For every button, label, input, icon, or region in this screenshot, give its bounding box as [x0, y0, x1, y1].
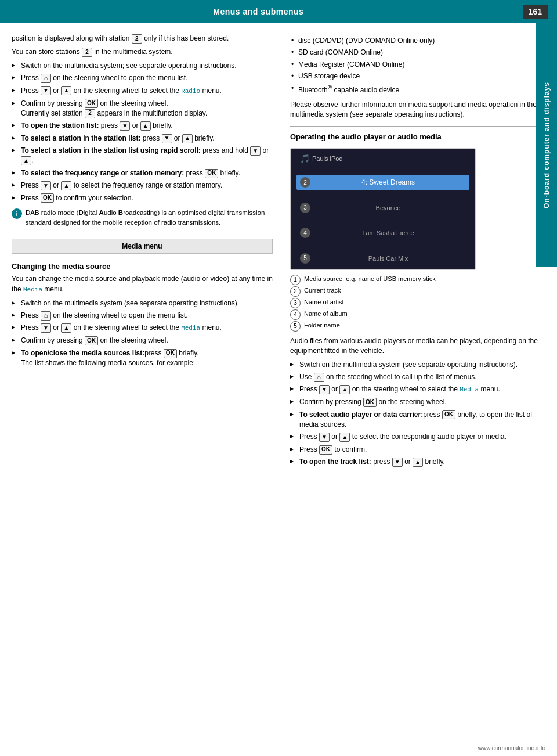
up-kbd7: ▲ [339, 385, 350, 394]
arrow-item: Confirm by pressing OK on the steering w… [12, 336, 273, 345]
arrow-item: To open the station list: press ▼ or ▲ b… [12, 121, 273, 131]
arrow-item: Use ⌂ on the steering wheel to call up t… [290, 372, 545, 382]
side-tab-text: On-board computer and displays [542, 82, 551, 208]
down-kbd2: ▼ [120, 121, 130, 131]
header-title: Menus and submenus [0, 7, 517, 16]
media-text2: Media [181, 325, 200, 332]
up-kbd2: ▲ [140, 121, 151, 131]
down-kbd4: ▼ [250, 146, 261, 156]
up-kbd3: ▲ [182, 134, 193, 143]
home-kbd3: ⌂ [314, 373, 324, 382]
up-kbd4: ▲ [21, 156, 31, 165]
track-info-3: Beyonce [310, 204, 466, 211]
caption-row-1: 1 Media source, e.g. name of USB memory … [290, 275, 545, 285]
arrow-item: Press OK to confirm your selection. [12, 193, 273, 203]
list-item: Media Register (COMAND Online) [290, 60, 545, 70]
ok-kbd4: OK [85, 336, 98, 345]
arrow-item: Press ⌂ on the steering wheel to open th… [12, 311, 273, 321]
down-kbd7: ▼ [319, 385, 330, 394]
left-column: position is displayed along with station… [12, 34, 278, 471]
media-text3: Media [460, 386, 479, 393]
caption-num-1: 1 [290, 275, 301, 285]
arrow-item: Press ▼ or ▲ on the steering wheel to se… [12, 86, 273, 96]
caption-row-4: 4 Name of album [290, 309, 545, 320]
track-row-highlighted: 2 4: Sweet Dreams [296, 175, 469, 190]
station-number-2-badge2: 2 [82, 48, 92, 57]
info-box: i DAB radio mode (Digital Audio Broadcas… [12, 208, 273, 227]
caption-num-5: 5 [290, 321, 301, 332]
arrow-list-3: Switch on the multimedia system (see sep… [290, 360, 545, 467]
down-kbd8: ▼ [319, 433, 330, 442]
arrow-item: To open the track list: press ▼ or ▲ bri… [290, 457, 545, 467]
footer-url: www.carmanualonline.info [478, 745, 545, 751]
caption-text-2: Current track [304, 286, 341, 295]
radio-menu-text: Radio [181, 88, 200, 95]
list-item: SD card (COMAND Online) [290, 48, 545, 57]
caption-text-1: Media source, e.g. name of USB memory st… [304, 275, 436, 283]
top-bar: 🎵 Pauls iPod [296, 152, 469, 165]
info-icon: i [12, 208, 22, 219]
caption-row-3: 3 Name of artist [290, 298, 545, 308]
track-info-2: 4: Sweet Dreams [310, 178, 466, 186]
audio-player-screen: 🎵 Pauls iPod 2 4: Sweet Dreams 3 Beyonce… [291, 149, 475, 269]
down-kbd3: ▼ [162, 134, 172, 143]
arrow-item: Press ▼ or ▲ to select the frequency ran… [12, 181, 273, 190]
home-kbd2: ⌂ [41, 311, 51, 321]
arrow-item: To select a station in the station list … [12, 146, 273, 166]
ok-kbd2: OK [205, 169, 218, 178]
ok-kbd: OK [85, 99, 98, 108]
captions-list: 1 Media source, e.g. name of USB memory … [290, 275, 545, 332]
arrow-item: Press OK to confirm. [290, 445, 545, 455]
caption-num-4: 4 [290, 309, 301, 320]
info-text: DAB radio mode (Digital Audio Broadcasti… [26, 208, 273, 227]
operating-heading: Operating the audio player or audio medi… [290, 132, 545, 143]
track-num-4: 4 [300, 228, 310, 238]
arrow-item: Press ⌂ on the steering wheel to open th… [12, 73, 273, 83]
section-divider [290, 126, 545, 127]
header-bar: Menus and submenus 161 [0, 0, 557, 23]
home-kbd: ⌂ [41, 74, 51, 83]
list-item: USB storage device [290, 71, 545, 81]
down-kbd9: ▼ [392, 458, 403, 467]
page-number: 161 [523, 5, 548, 19]
arrow-item: To open/close the media sources list:pre… [12, 348, 273, 369]
track-num-5: 5 [300, 253, 310, 264]
arrow-item: Press ▼ or ▲ on the steering wheel to se… [12, 323, 273, 333]
track-row-5: 5 Pauls Car Mix [296, 251, 469, 266]
arrow-item: To select audio player or data carrier:p… [290, 410, 545, 430]
caption-text-3: Name of artist [304, 298, 343, 307]
caption-row-5: 5 Folder name [290, 321, 545, 332]
main-content: position is displayed along with station… [0, 23, 557, 481]
ipod-icon: 🎵 [300, 154, 310, 163]
arrow-list-2: Switch on the multimedia system (see sep… [12, 298, 273, 369]
arrow-item: Confirm by pressing OK on the steering w… [12, 99, 273, 119]
track-info-4: I am Sasha Fierce [310, 229, 466, 236]
audio-player-image: 🎵 Pauls iPod 2 4: Sweet Dreams 3 Beyonce… [290, 148, 476, 270]
media-text: Media [23, 286, 42, 293]
ok-kbd7: OK [442, 410, 455, 419]
down-kbd: ▼ [41, 86, 51, 95]
arrow-item: To select the frequency range or station… [12, 168, 273, 178]
caption-text-4: Name of album [304, 309, 348, 318]
arrow-item: Switch on the multimedia system (see sep… [290, 360, 545, 370]
intro-text-1: position is displayed along with station… [12, 34, 273, 44]
station-num: 2 [85, 109, 95, 118]
list-item: disc (CD/DVD) (DVD COMAND Online only) [290, 36, 545, 46]
arrow-item: Switch on the multimedia system (see sep… [12, 298, 273, 308]
ok-kbd5: OK [164, 349, 177, 358]
up-kbd5: ▲ [61, 181, 71, 190]
arrow-list-1: Switch on the multimedia system; see sep… [12, 61, 273, 203]
up-kbd8: ▲ [339, 433, 350, 442]
bullet-list-1: disc (CD/DVD) (DVD COMAND Online only) S… [290, 36, 545, 95]
ok-kbd6: OK [363, 398, 377, 407]
arrow-item: Press ▼ or ▲ to select the corresponding… [290, 432, 545, 442]
caption-num-2: 2 [290, 286, 301, 297]
changing-media-heading: Changing the media source [12, 262, 273, 271]
top-bar-left: 🎵 Pauls iPod [300, 154, 343, 163]
station-number-2-badge: 2 [132, 34, 142, 44]
up-kbd6: ▲ [61, 323, 71, 333]
ok-kbd8: OK [319, 445, 332, 455]
list-item: Bluetooth® capable audio device [290, 84, 545, 95]
track-num-2: 2 [300, 177, 310, 188]
arrow-item: Confirm by pressing OK on the steering w… [290, 397, 545, 407]
